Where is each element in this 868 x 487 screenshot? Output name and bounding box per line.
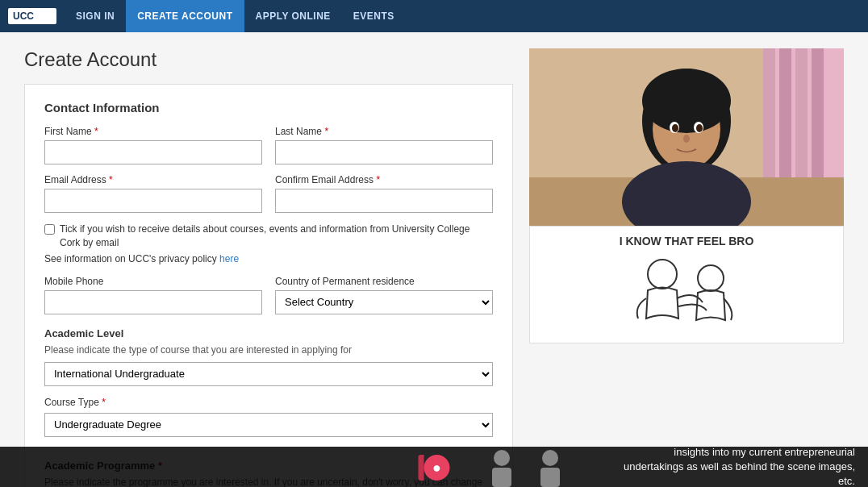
- email-input[interactable]: [44, 189, 262, 213]
- meme-svg: [614, 254, 759, 335]
- mobile-phone-input[interactable]: [44, 290, 262, 314]
- mobile-country-row: Mobile Phone Country of Permanent reside…: [44, 276, 493, 314]
- nav-create-account[interactable]: CREATE ACCOUNT: [126, 0, 244, 32]
- svg-point-15: [696, 124, 703, 132]
- svg-point-10: [642, 69, 731, 133]
- last-name-input[interactable]: [275, 140, 493, 164]
- course-type-select[interactable]: Undergraduate Degree Postgraduate Degree…: [44, 413, 493, 437]
- svg-rect-5: [795, 48, 807, 177]
- svg-point-17: [648, 260, 677, 289]
- nav-items: SIGN IN CREATE ACCOUNT APPLY ONLINE EVEN…: [65, 0, 406, 32]
- meme-section: I KNOW THAT FEEL BRO: [529, 226, 844, 343]
- country-select[interactable]: Select Country Ireland United Kingdom Un…: [275, 290, 493, 314]
- form-card: Contact Information First Name * Last Na…: [24, 84, 513, 487]
- email-label: Email Address *: [44, 174, 262, 185]
- privacy-link[interactable]: here: [219, 253, 239, 264]
- privacy-link-row: See information on UCC's privacy policy …: [44, 253, 493, 264]
- navbar: UCC SIGN IN CREATE ACCOUNT APPLY ONLINE …: [0, 0, 868, 32]
- svg-point-18: [698, 265, 724, 291]
- country-label: Country of Permanent residence: [275, 276, 493, 287]
- name-row: First Name * Last Name *: [44, 126, 493, 164]
- newsletter-checkbox-text: Tick if you wish to receive details abou…: [60, 223, 493, 250]
- contact-section-title: Contact Information: [44, 101, 493, 114]
- silhouette-2: [526, 448, 574, 487]
- academic-level-subtext: Please indicate the type of course that …: [44, 344, 493, 356]
- email-group: Email Address *: [44, 174, 262, 213]
- last-name-label: Last Name *: [275, 126, 493, 137]
- svg-point-16: [683, 135, 690, 143]
- meme-image: [614, 254, 759, 335]
- form-section: Create Account Contact Information First…: [24, 48, 513, 487]
- page-title: Create Account: [24, 48, 513, 71]
- ucc-logo: UCC: [8, 8, 56, 24]
- nav-sign-in[interactable]: SIGN IN: [65, 0, 126, 32]
- first-name-label: First Name *: [44, 126, 262, 137]
- svg-rect-4: [779, 48, 791, 177]
- patreon-icon[interactable]: ●: [424, 455, 450, 481]
- logo-text: UCC: [13, 10, 34, 22]
- svg-rect-20: [492, 468, 511, 487]
- mobile-phone-label: Mobile Phone: [44, 276, 262, 287]
- last-name-group: Last Name *: [275, 126, 493, 164]
- country-group: Country of Permanent residence Select Co…: [275, 276, 493, 314]
- video-content: [529, 48, 844, 226]
- svg-rect-22: [540, 468, 560, 487]
- svg-point-19: [494, 450, 510, 466]
- bottom-silhouettes: [478, 448, 574, 487]
- first-name-required: *: [94, 126, 98, 137]
- svg-point-14: [672, 124, 678, 132]
- confirm-email-label: Confirm Email Address *: [275, 174, 493, 185]
- first-name-input[interactable]: [44, 140, 262, 164]
- email-row: Email Address * Confirm Email Address *: [44, 174, 493, 213]
- last-name-required: *: [324, 126, 328, 137]
- svg-rect-3: [763, 48, 775, 177]
- mobile-phone-group: Mobile Phone: [44, 276, 262, 314]
- academic-level-select[interactable]: International Undergraduate Undergraduat…: [44, 362, 493, 386]
- silhouette-1: [478, 448, 526, 487]
- first-name-group: First Name *: [44, 126, 262, 164]
- patreon-bar: [419, 455, 424, 481]
- email-required: *: [109, 174, 113, 185]
- svg-point-21: [542, 450, 558, 466]
- page-wrapper: Create Account Contact Information First…: [0, 32, 868, 487]
- confirm-email-required: *: [376, 174, 380, 185]
- nav-apply-online[interactable]: APPLY ONLINE: [244, 0, 342, 32]
- newsletter-checkbox[interactable]: [44, 224, 55, 235]
- confirm-email-group: Confirm Email Address *: [275, 174, 493, 213]
- right-section: I KNOW THAT FEEL BRO: [529, 48, 844, 487]
- meme-title: I KNOW THAT FEEL BRO: [620, 235, 754, 248]
- video-placeholder: [529, 48, 844, 226]
- nav-events[interactable]: EVENTS: [342, 0, 406, 32]
- confirm-email-input[interactable]: [275, 189, 493, 213]
- newsletter-checkbox-row: Tick if you wish to receive details abou…: [44, 223, 493, 250]
- academic-level-heading: Academic Level: [44, 327, 493, 339]
- bottom-bar-text: insights into my current entrepreneurial…: [613, 445, 855, 487]
- course-type-label: Course Type *: [44, 397, 106, 408]
- svg-rect-6: [812, 48, 824, 177]
- bottom-bar: ● insights into my current entrepreneuri…: [0, 447, 868, 487]
